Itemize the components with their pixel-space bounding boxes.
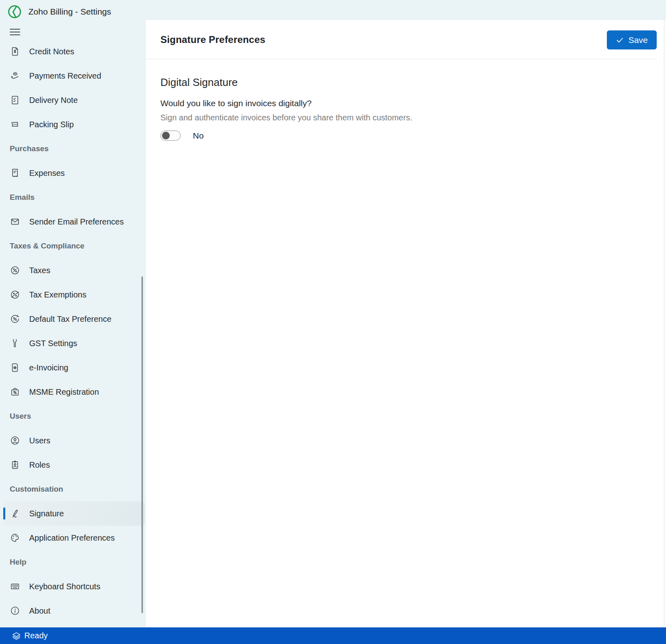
page-title: Signature Preferences [160, 34, 265, 45]
sidebar-item-label: Application Preferences [29, 533, 115, 543]
panel-header: Signature Preferences Save [146, 20, 664, 59]
delivery-note-icon [10, 95, 20, 105]
digital-signature-toggle[interactable] [160, 131, 181, 141]
top-strip [146, 0, 666, 20]
sidebar-item-keyboard-shortcuts[interactable]: Keyboard Shortcuts [3, 574, 145, 599]
e-invoicing-icon [10, 362, 20, 373]
sidebar-item-default-tax-preference[interactable]: Default Tax Preference [3, 307, 145, 331]
digital-signature-question: Would you like to sign invoices digitall… [160, 98, 649, 108]
default-tax-icon [10, 314, 20, 324]
taxes-icon [10, 265, 20, 276]
signature-preferences-content: Digital Signature Would you like to sign… [146, 59, 664, 141]
tax-exemptions-icon [10, 289, 20, 300]
status-bar: Ready [0, 627, 666, 644]
sidebar-item-label: Taxes [29, 266, 50, 275]
signature-icon [10, 508, 20, 519]
sidebar-item-label: Signature [29, 509, 64, 518]
sidebar-section-help: Help [0, 550, 146, 574]
sidebar-item-label: MSME Registration [29, 387, 99, 397]
sidebar-item-label: Keyboard Shortcuts [29, 582, 100, 591]
credit-notes-icon [10, 46, 20, 57]
expenses-icon [10, 168, 20, 178]
sidebar-item-label: Default Tax Preference [29, 315, 111, 324]
sidebar-item-tax-exemptions[interactable]: Tax Exemptions [3, 282, 145, 307]
sidebar-item-label: Expenses [29, 169, 65, 178]
settings-sidebar: Zoho Billing - Settings Credit Notes [0, 0, 146, 627]
keyboard-icon [10, 581, 20, 592]
sidebar-item-payments-received[interactable]: Payments Received [3, 64, 145, 88]
palette-icon [10, 533, 20, 543]
app-title: Zoho Billing - Settings [28, 7, 111, 17]
sidebar-section-purchases: Purchases [0, 137, 146, 161]
users-icon [10, 435, 20, 446]
menu-icon[interactable] [10, 28, 20, 36]
sidebar-item-application-preferences[interactable]: Application Preferences [3, 526, 145, 550]
sidebar-item-label: Tax Exemptions [29, 290, 86, 300]
sidebar-item-users[interactable]: Users [3, 428, 145, 453]
sidebar-item-label: GST Settings [29, 339, 77, 348]
zoho-billing-logo-icon [7, 4, 22, 19]
sidebar-item-expenses[interactable]: Expenses [3, 161, 145, 185]
status-label: Ready [24, 631, 48, 640]
sidebar-item-label: Users [29, 436, 50, 445]
app-brand: Zoho Billing - Settings [7, 3, 111, 20]
sidebar-item-delivery-note[interactable]: Delivery Note [3, 88, 145, 112]
save-button-label: Save [628, 35, 648, 45]
digital-signature-description: Sign and authenticate invoices before yo… [160, 113, 649, 122]
sidebar-section-taxes-compliance: Taxes & Compliance [0, 234, 146, 258]
sidebar-item-label: Packing Slip [29, 120, 74, 129]
email-icon [10, 216, 20, 227]
sidebar-item-msme-registration[interactable]: MSME Registration [3, 380, 145, 404]
check-icon [616, 36, 624, 44]
sidebar-scrollbar[interactable] [141, 276, 143, 613]
sidebar-item-label: Payments Received [29, 71, 101, 81]
msme-icon [10, 387, 20, 397]
digital-signature-heading: Digital Signature [160, 76, 649, 89]
main-area: Signature Preferences Save Digital Signa… [146, 0, 666, 627]
layers-icon [12, 632, 21, 640]
sidebar-item-gst-settings[interactable]: GST Settings [3, 331, 145, 355]
sidebar-item-sender-email-preferences[interactable]: Sender Email Preferences [3, 210, 145, 234]
payments-received-icon [10, 71, 20, 81]
sidebar-item-about[interactable]: About [3, 599, 145, 623]
sidebar-item-packing-slip[interactable]: Packing Slip [3, 112, 145, 137]
sidebar-item-credit-notes[interactable]: Credit Notes [3, 39, 145, 64]
sidebar-item-roles[interactable]: Roles [3, 453, 145, 477]
sidebar-item-label: Delivery Note [29, 96, 78, 105]
sidebar-item-label: Sender Email Preferences [29, 217, 124, 227]
info-icon [10, 605, 20, 616]
digital-signature-toggle-row: No [160, 131, 649, 141]
save-button[interactable]: Save [607, 30, 657, 49]
sidebar-item-taxes[interactable]: Taxes [3, 258, 145, 282]
sidebar-section-users: Users [0, 404, 146, 428]
toggle-knob [162, 132, 170, 139]
gst-settings-icon [10, 338, 20, 349]
sidebar-section-emails: Emails [0, 185, 146, 210]
sidebar-item-label: Roles [29, 460, 50, 470]
sidebar-item-label: Credit Notes [29, 47, 74, 56]
sidebar-item-label: About [29, 606, 50, 616]
sidebar-section-customisation: Customisation [0, 477, 146, 501]
roles-icon [10, 460, 20, 470]
toggle-state-label: No [193, 131, 204, 141]
sidebar-item-label: e-Invoicing [29, 363, 68, 372]
sidebar-item-e-invoicing[interactable]: e-Invoicing [3, 355, 145, 380]
sidebar-item-signature[interactable]: Signature [3, 501, 145, 526]
packing-slip-icon [10, 119, 20, 130]
content-panel: Signature Preferences Save Digital Signa… [146, 20, 664, 627]
sidebar-nav: Credit Notes Payments Received [0, 39, 146, 623]
